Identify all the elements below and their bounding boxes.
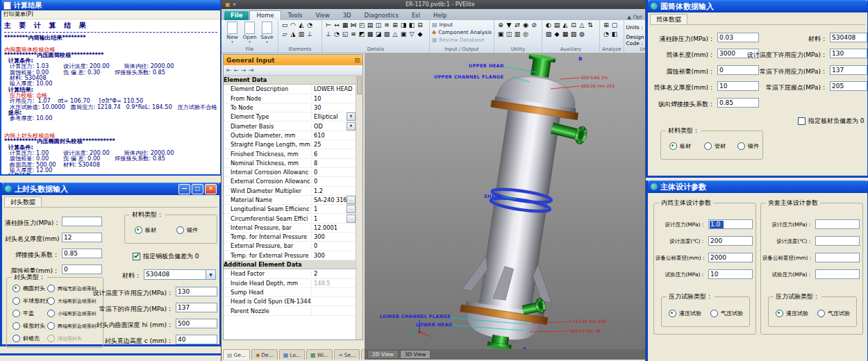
auxiliary-tool-icon[interactable]: △ <box>578 21 586 30</box>
property-row[interactable]: Material Name SA-240 316L ▼ … <box>224 196 356 205</box>
detail-tool-icon[interactable]: ▤ <box>366 21 374 30</box>
property-value[interactable]: 8 <box>312 160 356 167</box>
auxiliary-tool-icon[interactable]: ▧ <box>569 30 578 39</box>
detail-tool-icon[interactable]: ⋈ <box>349 21 358 30</box>
quick-access-menu-icon[interactable]: ▾ <box>233 1 236 8</box>
detail-tool-icon[interactable]: ⊥ <box>324 30 333 39</box>
field-input[interactable]: 10 <box>708 269 753 279</box>
detail-tool-icon[interactable]: ◧ <box>408 21 416 30</box>
detail-tool-icon[interactable]: ◩ <box>358 30 366 39</box>
node-nav-icon[interactable]: ⇤ <box>226 66 232 74</box>
field-input[interactable]: 130 <box>830 49 867 58</box>
maximize-button[interactable]: □ <box>192 184 203 194</box>
property-row[interactable]: Element Description LOWER HEAD ▼ … <box>224 85 356 94</box>
close-button[interactable]: ✕ <box>205 184 217 194</box>
detail-tool-icon[interactable]: ⊟ <box>416 21 424 30</box>
property-row[interactable]: Element Data ▼ … <box>224 76 356 85</box>
detail-tool-icon[interactable]: ⊞ <box>391 21 399 30</box>
property-row[interactable]: Sump Head ▼ … <box>224 288 356 297</box>
property-row[interactable]: Internal Corrosion Allowanc 0 ▼ … <box>224 168 356 177</box>
property-row[interactable]: External Corrosion Allowanc 0 ▼ … <box>224 177 356 186</box>
element-tool-icon[interactable]: ⊥ <box>306 30 314 39</box>
field-input[interactable]: 200 <box>708 236 753 246</box>
field-input[interactable]: 205 <box>830 81 867 91</box>
property-value[interactable]: 12.0001 <box>312 224 356 231</box>
ribbon-tab[interactable]: 3D <box>337 11 358 20</box>
ribbon-tab[interactable]: Tools <box>282 11 309 20</box>
utility-tool-icon[interactable]: ▥ <box>513 30 521 39</box>
property-value[interactable]: Elliptical <box>312 113 347 120</box>
property-row[interactable]: Parent Nozzle ▼ … <box>224 306 356 315</box>
property-value[interactable]: 1 <box>312 215 347 222</box>
detail-tool-icon[interactable]: ▩ <box>366 30 374 39</box>
field-input[interactable] <box>815 269 860 279</box>
property-value[interactable]: 1 <box>312 205 347 212</box>
radio-option[interactable]: 椭圆封头 <box>12 285 45 292</box>
field-input[interactable]: 2000 <box>708 253 753 262</box>
property-value[interactable]: 300 <box>312 252 356 259</box>
ribbon-big-button[interactable]: Save ▾ <box>258 21 276 43</box>
input-category-tab[interactable]: ▦ Lo... <box>279 349 305 360</box>
property-row[interactable]: To Node 30 ▼ … <box>224 103 356 112</box>
panel-header[interactable]: General Input ⊡ <box>224 55 362 65</box>
field-input[interactable]: S30408 <box>830 33 867 42</box>
field-input[interactable]: 500 <box>176 319 217 328</box>
detail-tool-icon[interactable]: △ <box>391 30 399 39</box>
browse-icon[interactable]: … <box>347 196 356 204</box>
element-tool-icon[interactable]: ◮ <box>289 30 297 39</box>
detail-tool-icon[interactable]: ≋ <box>383 21 391 30</box>
detail-tool-icon[interactable]: ↔ <box>333 21 341 30</box>
pvelite-title-bar[interactable]: ▣ ▾ ER-1170.pvdb:1 - PVElite <box>222 0 645 9</box>
field-input[interactable]: 0.85 <box>717 98 759 108</box>
element-tool-icon[interactable]: ▭ <box>281 21 289 30</box>
tab-head-data[interactable]: 封头数据 <box>4 196 42 207</box>
property-row[interactable]: Diameter Basis OD ▼ … <box>224 121 356 131</box>
field-input[interactable]: 137 <box>176 303 217 312</box>
scrollbar[interactable] <box>356 76 362 339</box>
property-value[interactable]: 300 <box>312 233 356 240</box>
app-icon[interactable]: ▣ <box>225 1 231 8</box>
view-tab[interactable]: 3D View <box>400 350 431 359</box>
negative-deviation-checkbox[interactable]: 指定钢板负偏差为 0 <box>133 252 199 261</box>
utility-tool-icon[interactable]: ⊘ <box>530 21 538 30</box>
detail-tool-icon[interactable]: ▽ <box>408 30 416 39</box>
property-row[interactable]: Nominal Thickness, mm 8 ▼ … <box>224 159 356 168</box>
property-row[interactable]: From Node 10 ▼ … <box>224 94 356 103</box>
field-input[interactable]: 12 <box>62 233 102 242</box>
auxiliary-tool-icon[interactable]: ▦ <box>561 30 569 39</box>
io-command[interactable]: ▤ Input <box>432 22 453 28</box>
element-tool-icon[interactable]: ◔ <box>306 21 314 30</box>
auxiliary-tool-icon[interactable]: ⊡ <box>569 21 578 30</box>
detail-tool-icon[interactable]: ▣ <box>399 30 408 39</box>
element-tool-icon[interactable]: ◠ <box>289 21 297 30</box>
property-value[interactable]: 2 <box>312 270 356 277</box>
auxiliary-tool-icon[interactable]: ⇅ <box>586 21 594 30</box>
options-button[interactable]: ▲ Opt <box>627 14 642 20</box>
ribbon-tab[interactable]: View <box>309 11 335 20</box>
property-value[interactable]: 0 <box>312 178 356 185</box>
property-row[interactable]: Temp. for Internal Pressure 300 ▼ … <box>224 233 356 242</box>
input-category-tab[interactable]: ◆ De... <box>251 349 278 360</box>
utility-tool-icon[interactable]: ◫ <box>505 30 513 39</box>
auxiliary-tool-icon[interactable]: ◍ <box>578 30 586 39</box>
property-row[interactable]: Straight Flange Length, mm 25 ▼ … <box>224 140 356 149</box>
radio-option[interactable]: 板材 <box>135 226 156 234</box>
ribbon-tab[interactable]: Diagnostics <box>358 11 405 20</box>
property-row[interactable]: Head is Cold Spun (EN-13445 ▼ … <box>224 297 356 306</box>
auxiliary-tool-icon[interactable]: ◐ <box>544 21 553 30</box>
chevron-down-icon[interactable]: ▼ <box>206 270 215 279</box>
utility-tool-icon[interactable]: ▼ <box>505 21 513 30</box>
auxiliary-tool-icon[interactable]: ◆ <box>553 30 561 39</box>
results-title-bar[interactable]: 计算结果 <box>1 0 220 10</box>
analyze-tool-icon[interactable]: ▢ <box>610 21 619 30</box>
radio-option[interactable]: 液压试验 <box>776 310 808 317</box>
property-row[interactable]: Internal Pressure, bar 12.0001 ▼ … <box>224 224 356 233</box>
ribbon-tab[interactable]: Home <box>249 10 281 20</box>
property-row[interactable]: Outside Diameter, mm 610 ▼ … <box>224 131 356 140</box>
negative-deviation-checkbox[interactable]: 指定板材负偏差为 0 <box>798 117 865 126</box>
property-row[interactable]: Additional Element Data ▼ … <box>224 260 356 269</box>
utility-tool-icon[interactable]: ▣ <box>496 30 505 39</box>
radio-option[interactable]: 气压试验 <box>817 310 850 317</box>
ribbon-tab[interactable]: Help <box>427 11 453 20</box>
property-row[interactable]: Element Type Elliptical ▼ … <box>224 112 356 121</box>
